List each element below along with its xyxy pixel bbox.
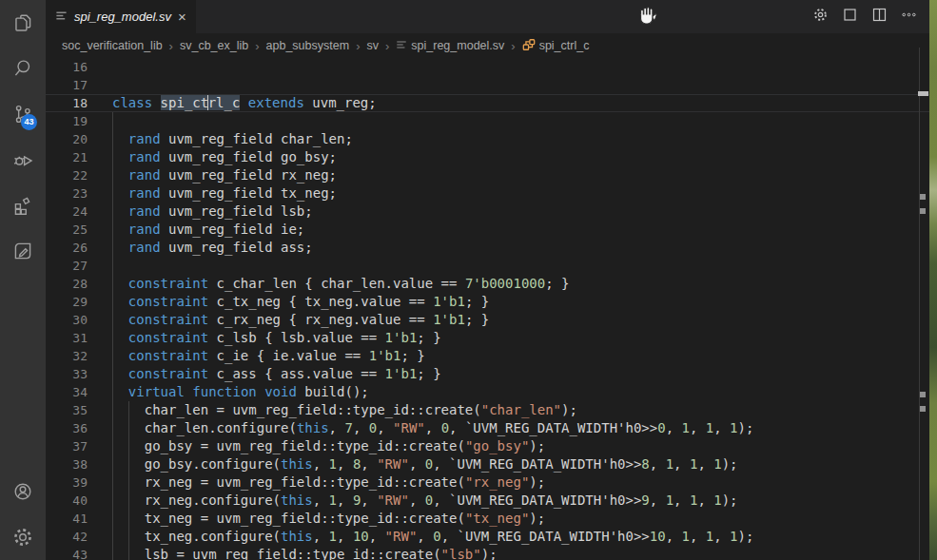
code-line[interactable]: 17: [46, 76, 929, 94]
tab-close-icon[interactable]: ×: [178, 9, 186, 25]
more-actions-icon[interactable]: [901, 7, 917, 27]
code-line[interactable]: 35 char_len = uvm_reg_field::type_id::cr…: [46, 401, 929, 419]
line-number[interactable]: 36: [46, 419, 88, 437]
code-line[interactable]: 42 tx_neg.configure(this, 1, 10, "RW", 0…: [46, 528, 929, 546]
code-area: 161718class spi_ctrl_c extends uvm_reg;1…: [46, 58, 929, 560]
code-line[interactable]: 33 constraint c_ass { ass.value == 1'b1;…: [46, 365, 929, 383]
code-text: tx_neg.configure(this, 1, 10, "RW", 0, `…: [112, 528, 753, 546]
code-token: "tx_neg": [465, 511, 529, 526]
line-number[interactable]: 38: [46, 455, 88, 473]
split-editor-icon[interactable]: [871, 7, 888, 27]
code-token: 1'b1: [385, 366, 418, 381]
breadcrumb-item[interactable]: sv_cb_ex_lib: [180, 39, 248, 52]
line-number[interactable]: 31: [46, 329, 88, 347]
code-line[interactable]: 16: [46, 58, 929, 76]
code-line[interactable]: 40 rx_neg.configure(this, 1, 9, "RW", 0,…: [46, 492, 929, 510]
code-line[interactable]: 43 lsb = uvm_reg_field::type_id::create(…: [46, 546, 929, 560]
line-number[interactable]: 17: [46, 76, 88, 94]
line-number[interactable]: 33: [46, 365, 88, 383]
line-number[interactable]: 18: [46, 94, 88, 112]
breadcrumb-item-file[interactable]: spi_reg_model.sv: [396, 39, 504, 53]
line-number[interactable]: 39: [46, 473, 88, 492]
code-line[interactable]: 21 rand uvm_reg_field go_bsy;: [46, 148, 929, 166]
code-token: 1: [730, 529, 737, 544]
run-debug-icon[interactable]: [0, 137, 46, 183]
square-icon[interactable]: [842, 7, 858, 27]
breadcrumb-item[interactable]: apb_subsystem: [266, 39, 350, 52]
code-line[interactable]: 19: [46, 112, 929, 130]
code-line[interactable]: 37 go_bsy = uvm_reg_field::type_id::crea…: [46, 437, 929, 455]
tab-spi-reg-model[interactable]: spi_reg_model.sv ×: [46, 0, 196, 33]
code-token: [112, 203, 128, 219]
code-line[interactable]: 30 constraint c_rx_neg { rx_neg.value ==…: [46, 311, 929, 329]
line-number[interactable]: 40: [46, 492, 88, 510]
line-number[interactable]: 28: [46, 275, 88, 293]
code-line[interactable]: 22 rand uvm_reg_field rx_neg;: [46, 166, 929, 184]
code-token: tx_neg = uvm_reg_field::type_id::create(: [112, 511, 465, 526]
code-line[interactable]: 26 rand uvm_reg_field ass;: [46, 239, 929, 257]
code-token: rand: [128, 185, 161, 201]
breadcrumb-item[interactable]: sv: [366, 39, 379, 52]
code-line[interactable]: 20 rand uvm_reg_field char_len;: [46, 130, 929, 148]
line-number[interactable]: 24: [46, 203, 88, 221]
code-line[interactable]: 29 constraint c_tx_neg { tx_neg.value ==…: [46, 293, 929, 311]
account-icon[interactable]: [0, 469, 46, 514]
code-token: 0: [441, 420, 449, 435]
code-line[interactable]: 39 rx_neg = uvm_reg_field::type_id::crea…: [46, 473, 929, 492]
line-number[interactable]: 26: [46, 239, 88, 257]
indent-guide: [112, 112, 113, 130]
code-token: uvm_reg_field go_bsy;: [161, 149, 337, 164]
code-line[interactable]: 24 rand uvm_reg_field lsb;: [46, 203, 929, 221]
code-token: 0: [433, 529, 440, 544]
code-token: [112, 222, 128, 237]
code-line[interactable]: 34 virtual function void build();: [46, 383, 929, 401]
code-line[interactable]: 31 constraint c_lsb { lsb.value == 1'b1;…: [46, 329, 929, 347]
code-line[interactable]: 18class spi_ctrl_c extends uvm_reg;: [46, 94, 929, 112]
code-text: rand uvm_reg_field ass;: [112, 239, 313, 257]
line-number[interactable]: 25: [46, 221, 88, 239]
line-number[interactable]: 23: [46, 184, 88, 203]
line-number[interactable]: 41: [46, 510, 88, 528]
line-number[interactable]: 22: [46, 166, 88, 184]
line-number[interactable]: 30: [46, 311, 88, 329]
line-number[interactable]: 35: [46, 401, 88, 419]
code-line[interactable]: 28 constraint c_char_len { char_len.valu…: [46, 275, 929, 293]
line-number[interactable]: 37: [46, 437, 88, 455]
source-control-icon[interactable]: 43: [0, 91, 46, 137]
code-line[interactable]: 38 go_bsy.configure(this, 1, 8, "RW", 0,…: [46, 455, 929, 473]
code-token: 10: [353, 529, 369, 544]
breadcrumb-item[interactable]: soc_verification_lib: [62, 39, 163, 52]
code-token: );: [738, 420, 754, 435]
line-number[interactable]: 43: [46, 546, 88, 560]
code-token: this: [281, 492, 313, 508]
line-number[interactable]: 19: [46, 112, 88, 130]
indent-guide: [112, 148, 113, 166]
search-icon[interactable]: [0, 46, 46, 91]
settings-gear-icon[interactable]: [0, 514, 46, 560]
code-line[interactable]: 25 rand uvm_reg_field ie;: [46, 221, 929, 239]
code-line[interactable]: 23 rand uvm_reg_field tx_neg;: [46, 184, 929, 203]
desktop-background-strip: [929, 0, 937, 560]
breadcrumb-item-symbol[interactable]: spi_ctrl_c: [522, 38, 590, 54]
code-token: 9: [641, 492, 649, 508]
line-number[interactable]: 29: [46, 293, 88, 311]
line-number[interactable]: 32: [46, 347, 88, 365]
code-line[interactable]: 36 char_len.configure(this, 7, 0, "RW", …: [46, 419, 929, 437]
code-line[interactable]: 27: [46, 257, 929, 275]
line-number[interactable]: 16: [46, 58, 88, 76]
overview-ruler[interactable]: [916, 0, 929, 560]
extensions-icon[interactable]: [0, 183, 46, 228]
code-line[interactable]: 32 constraint c_ie { ie.value == 1'b1; }: [46, 347, 929, 365]
indent-guide: [112, 492, 113, 510]
line-number[interactable]: 42: [46, 528, 88, 546]
pencil-leaf-icon[interactable]: [0, 228, 46, 274]
settings-gear-icon[interactable]: [812, 7, 829, 27]
code-token: "lsb": [441, 547, 481, 560]
line-number[interactable]: 27: [46, 257, 88, 275]
line-number[interactable]: 34: [46, 383, 88, 401]
code-editor[interactable]: 161718class spi_ctrl_c extends uvm_reg;1…: [46, 58, 929, 560]
code-line[interactable]: 41 tx_neg = uvm_reg_field::type_id::crea…: [46, 510, 929, 528]
line-number[interactable]: 20: [46, 130, 88, 148]
explorer-icon[interactable]: [0, 0, 46, 46]
line-number[interactable]: 21: [46, 148, 88, 166]
